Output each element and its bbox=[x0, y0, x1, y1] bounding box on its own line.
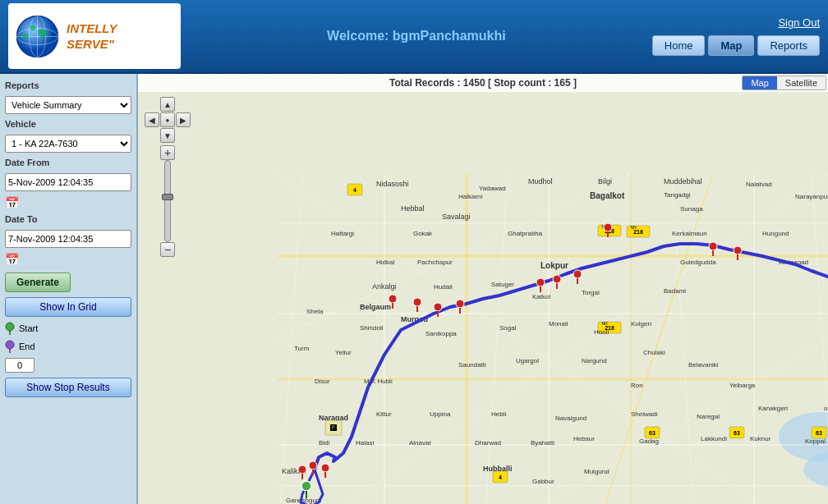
globe-icon bbox=[15, 14, 60, 59]
zoom-out-button[interactable]: − bbox=[160, 242, 175, 257]
map-container[interactable]: Total Records : 1450 [ Stop count : 165 … bbox=[138, 74, 828, 504]
svg-text:Koppal: Koppal bbox=[805, 438, 826, 445]
svg-text:63: 63 bbox=[649, 430, 656, 436]
svg-text:Muddebihal: Muddebihal bbox=[664, 177, 702, 186]
reports-dropdown[interactable]: Vehicle Summary bbox=[5, 96, 131, 114]
zoom-track[interactable] bbox=[164, 160, 171, 242]
svg-text:Narayanpur: Narayanpur bbox=[795, 193, 828, 200]
svg-text:Saundatti: Saundatti bbox=[458, 361, 486, 369]
username: bgmPanchamukhi bbox=[393, 29, 506, 43]
svg-text:Yellur: Yellur bbox=[335, 349, 352, 356]
svg-point-158 bbox=[536, 278, 545, 286]
svg-text:Turm: Turm bbox=[294, 345, 310, 352]
header-center: Welcome: bgmPanchamukhi bbox=[181, 29, 652, 44]
pan-center-button[interactable]: ● bbox=[160, 112, 175, 127]
svg-point-188 bbox=[301, 481, 311, 491]
reports-button[interactable]: Reports bbox=[757, 35, 820, 56]
date-from-icon[interactable]: 📅 bbox=[5, 196, 131, 209]
svg-text:Kerkalmaun: Kerkalmaun bbox=[672, 230, 707, 237]
svg-text:Sunaga: Sunaga bbox=[680, 205, 703, 213]
svg-text:Hebli: Hebli bbox=[491, 410, 506, 418]
svg-text:Kittur: Kittur bbox=[376, 410, 392, 418]
svg-text:Pachchapur: Pachchapur bbox=[417, 259, 453, 266]
svg-point-186 bbox=[321, 464, 329, 472]
svg-text:Nidasoshi: Nidasoshi bbox=[376, 180, 409, 188]
pan-down-button[interactable]: ▼ bbox=[160, 128, 175, 143]
svg-text:Nargund: Nargund bbox=[582, 357, 607, 364]
vehicle-dropdown[interactable]: 1 - KA 22A-7630 bbox=[5, 135, 131, 153]
svg-text:Yelbarga: Yelbarga bbox=[729, 382, 756, 389]
svg-text:Shelwadi: Shelwadi bbox=[631, 410, 658, 418]
svg-text:Satuger: Satuger bbox=[491, 281, 514, 288]
svg-text:Gabbur: Gabbur bbox=[532, 478, 554, 485]
end-legend: End bbox=[5, 340, 131, 353]
svg-text:63: 63 bbox=[734, 430, 740, 436]
svg-text:Ankalgi: Ankalgi bbox=[372, 282, 397, 291]
svg-text:Sogal: Sogal bbox=[499, 324, 517, 332]
svg-point-7 bbox=[6, 341, 14, 349]
svg-text:Byahatti: Byahatti bbox=[531, 439, 554, 447]
sidebar: Reports Vehicle Summary Vehicle 1 - KA 2… bbox=[0, 74, 138, 504]
svg-point-166 bbox=[709, 242, 717, 250]
svg-point-164 bbox=[604, 223, 612, 231]
svg-text:Yadawad: Yadawad bbox=[479, 185, 506, 192]
svg-text:Hidkal: Hidkal bbox=[376, 259, 394, 266]
date-to-input[interactable] bbox=[5, 230, 131, 248]
sign-out-link[interactable]: Sign Out bbox=[778, 16, 820, 29]
svg-text:Halasi: Halasi bbox=[356, 439, 374, 447]
total-records-text: Total Records : 1450 [ Stop count : 165 … bbox=[389, 77, 577, 89]
date-to-label: Date To bbox=[5, 214, 131, 224]
start-marker-icon bbox=[5, 322, 15, 335]
map-type-satellite-button[interactable]: Satellite bbox=[777, 76, 826, 89]
main-layout: Reports Vehicle Summary Vehicle 1 - KA 2… bbox=[0, 74, 828, 504]
svg-text:Disur: Disur bbox=[315, 378, 330, 385]
end-label: End bbox=[19, 341, 35, 351]
map-type-map-button[interactable]: Map bbox=[743, 76, 776, 89]
zoom-slider[interactable]: + − bbox=[160, 145, 175, 257]
svg-text:oddarahalla: oddarahalla bbox=[824, 405, 828, 412]
svg-text:Lokpur: Lokpur bbox=[540, 261, 568, 270]
svg-text:Hebbal: Hebbal bbox=[401, 204, 425, 213]
header-right: Sign Out Home Map Reports bbox=[652, 16, 820, 56]
svg-text:Hattargi: Hattargi bbox=[331, 230, 354, 237]
pan-left-button[interactable]: ◀ bbox=[145, 112, 159, 127]
pan-up-button[interactable]: ▲ bbox=[160, 97, 175, 112]
svg-text:Savalagi: Savalagi bbox=[442, 213, 471, 221]
date-from-label: Date From bbox=[5, 158, 131, 167]
svg-text:Hebsur: Hebsur bbox=[573, 435, 595, 442]
vehicle-label: Vehicle bbox=[5, 119, 131, 129]
map-navigation: ▲ ◀ ● ▶ ▼ + − bbox=[145, 97, 191, 257]
svg-point-5 bbox=[6, 323, 14, 331]
map-button[interactable]: Map bbox=[708, 35, 754, 56]
svg-point-162 bbox=[573, 270, 582, 278]
svg-text:NH: NH bbox=[601, 321, 608, 326]
svg-text:Kulgeri: Kulgeri bbox=[631, 320, 651, 328]
svg-text:Bidi: Bidi bbox=[319, 439, 330, 447]
svg-text:Gadag: Gadag bbox=[639, 438, 659, 445]
show-in-grid-button[interactable]: Show In Grid bbox=[5, 297, 131, 317]
date-from-input[interactable] bbox=[5, 173, 131, 191]
svg-text:Gokak: Gokak bbox=[413, 230, 433, 237]
svg-text:🅿: 🅿 bbox=[330, 424, 337, 432]
svg-text:Hungund: Hungund bbox=[762, 230, 789, 237]
zoom-in-button[interactable]: + bbox=[160, 145, 175, 160]
svg-text:Mulgund: Mulgund bbox=[584, 468, 610, 475]
svg-point-184 bbox=[309, 461, 317, 470]
date-to-icon[interactable]: 📅 bbox=[5, 253, 131, 266]
svg-text:NH: NH bbox=[630, 225, 637, 230]
svg-text:Uppina: Uppina bbox=[430, 410, 451, 418]
svg-text:Monali: Monali bbox=[549, 320, 568, 328]
stop-count-input[interactable] bbox=[5, 358, 34, 373]
home-button[interactable]: Home bbox=[652, 35, 706, 56]
svg-point-152 bbox=[413, 298, 421, 306]
svg-text:Sanikoppa: Sanikoppa bbox=[426, 330, 457, 337]
svg-text:Bilgi: Bilgi bbox=[598, 177, 612, 186]
svg-text:Guledgudda: Guledgudda bbox=[680, 259, 716, 266]
show-stop-results-button[interactable]: Show Stop Results bbox=[5, 378, 131, 397]
svg-text:Ghatprabha: Ghatprabha bbox=[508, 230, 543, 237]
pan-right-button[interactable]: ▶ bbox=[176, 112, 191, 127]
generate-button[interactable]: Generate bbox=[5, 273, 71, 292]
svg-text:Shindoli: Shindoli bbox=[360, 324, 384, 332]
zoom-handle[interactable] bbox=[162, 194, 173, 200]
svg-text:Naregal: Naregal bbox=[697, 413, 720, 420]
